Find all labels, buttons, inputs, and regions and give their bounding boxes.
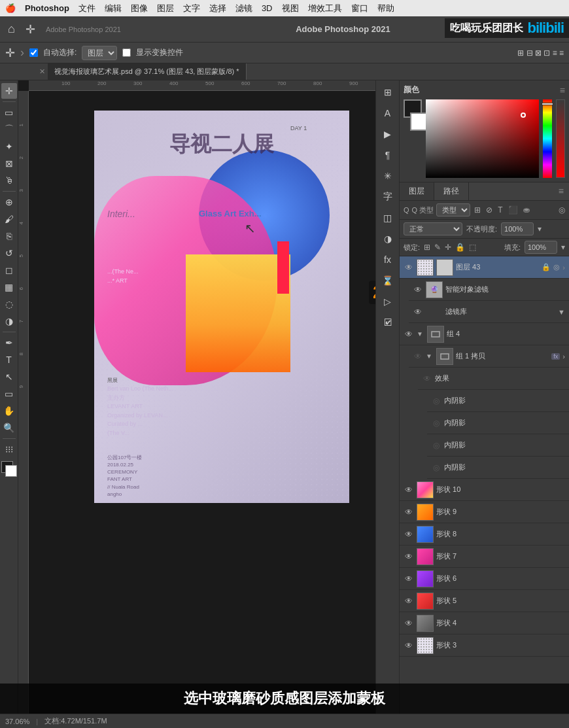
hand-tool[interactable]: ✋ (1, 403, 17, 419)
menu-help[interactable]: 帮助 (377, 3, 394, 14)
layer-item-inner-shadow-2[interactable]: ◎ 内阴影 (427, 412, 569, 434)
lock-pixels-btn[interactable]: ⊞ (424, 243, 430, 252)
group1c-arrow[interactable]: ▼ (426, 353, 432, 360)
group4-arrow[interactable]: ▼ (417, 330, 423, 338)
menu-select[interactable]: 选择 (209, 3, 226, 14)
vis-btn-is3[interactable]: ◎ (431, 440, 441, 451)
menu-edit[interactable]: 编辑 (105, 3, 122, 14)
lock-move-btn[interactable]: ✛ (445, 243, 451, 252)
menu-view[interactable]: 视图 (282, 3, 299, 14)
gradient-tool[interactable]: ▦ (1, 279, 17, 295)
vis-btn-s3[interactable]: 👁 (404, 640, 414, 651)
vis-btn-s6[interactable]: 👁 (404, 574, 414, 584)
menu-3d[interactable]: 3D (262, 3, 273, 13)
move-tool-btn[interactable]: ✛ (23, 21, 38, 38)
layer-item-group-4[interactable]: 👁 ▼ 组 4 (400, 323, 569, 345)
tab-paths[interactable]: 路径 (434, 182, 469, 200)
tab-layers[interactable]: 图层 (400, 182, 434, 200)
vis-btn-s10[interactable]: 👁 (404, 485, 414, 495)
filter-shape-icon[interactable]: ⬛ (507, 204, 519, 216)
shape-tool[interactable]: ▭ (1, 386, 17, 402)
filter-smart-icon[interactable]: ⛂ (522, 204, 531, 216)
healing-brush-tool[interactable]: ⊕ (1, 194, 17, 210)
vis-btn-group1c[interactable]: 👁 (413, 351, 423, 362)
close-tab-icon[interactable]: ✕ (39, 67, 45, 76)
move-tool[interactable]: ✛ (1, 83, 17, 99)
vis-btn-is2[interactable]: ◎ (431, 418, 441, 428)
vis-btn-effects[interactable]: 👁 (422, 373, 432, 384)
home-button[interactable]: ⌂ (5, 21, 18, 37)
layer-item-effects[interactable]: 👁 效果 (418, 368, 569, 390)
mini-adjust-btn[interactable]: ◑ (379, 230, 397, 248)
dodge-tool[interactable]: ◑ (1, 313, 17, 329)
mini-star-btn[interactable]: ✳ (379, 167, 397, 185)
blend-mode-select[interactable]: 正常 (404, 222, 462, 235)
quick-select-tool[interactable]: ✦ (1, 139, 17, 154)
canvas-area[interactable]: 100 200 300 400 500 600 700 800 900 1 2 … (18, 80, 375, 728)
background-color[interactable] (5, 465, 17, 477)
layer-item-shape7[interactable]: 👁 形状 7 (400, 546, 569, 568)
pen-tool[interactable]: ✒ (1, 335, 17, 351)
vis-btn-s8[interactable]: 👁 (404, 529, 414, 540)
layer-select-dropdown[interactable]: 图层 (82, 46, 117, 60)
zoom-tool[interactable]: 🔍 (1, 420, 17, 436)
mini-channels-btn[interactable]: 🗹 (379, 313, 397, 332)
layer-item-shape9[interactable]: 👁 形状 9 (400, 501, 569, 523)
vis-btn-filter-gallery[interactable]: 👁 (413, 307, 423, 317)
vis-btn-smart[interactable]: 👁 (413, 285, 423, 295)
layer-item-shape5[interactable]: 👁 形状 5 (400, 590, 569, 612)
brush-tool[interactable]: 🖌 (1, 211, 17, 227)
mini-play-btn[interactable]: ▶ (379, 125, 397, 143)
text-tool[interactable]: T (1, 352, 17, 368)
blur-tool[interactable]: ◌ (1, 296, 17, 312)
vis-btn-s5[interactable]: 👁 (404, 596, 414, 606)
history-brush-tool[interactable]: ↺ (1, 245, 17, 261)
filter-pixel-icon[interactable]: ⊞ (473, 204, 482, 216)
document-tab[interactable]: 视觉海报玻璃艺术展.psd @ 37.1% (图层 43, 图层蒙版/8) * (48, 63, 247, 80)
marquee-tool[interactable]: ▭ (1, 105, 17, 120)
color-gradient-picker[interactable] (426, 99, 539, 178)
mini-para-btn[interactable]: ¶ (379, 146, 397, 164)
layer-item-filter-gallery[interactable]: 👁 滤镜库 ▼ (409, 301, 569, 323)
mini-actions-btn[interactable]: ▷ (379, 292, 397, 311)
opacity-input[interactable] (501, 222, 534, 235)
vis-btn-is4[interactable]: ◎ (431, 462, 441, 473)
filter-text-icon[interactable]: T (496, 204, 504, 216)
mini-char-btn[interactable]: 字 (379, 188, 397, 206)
vis-btn-s7[interactable]: 👁 (404, 551, 414, 562)
color-panel-menu-btn[interactable]: ≡ (560, 85, 565, 95)
layers-panel-menu-btn[interactable]: ≡ (553, 182, 569, 200)
lasso-tool[interactable]: ⌒ (1, 122, 17, 137)
menu-image[interactable]: 图像 (131, 3, 148, 14)
lock-artboard-btn[interactable]: ⬚ (469, 243, 476, 252)
auto-select-checkbox[interactable] (29, 48, 38, 57)
layer-item-shape4[interactable]: 👁 形状 4 (400, 612, 569, 634)
vis-btn-group4[interactable]: 👁 (404, 329, 414, 339)
menu-layer[interactable]: 图层 (157, 3, 174, 14)
vis-btn-s4[interactable]: 👁 (404, 618, 414, 629)
menu-file[interactable]: 文件 (78, 3, 95, 14)
mini-grid-btn[interactable]: ⊞ (379, 83, 397, 101)
eyedropper-tool[interactable]: 🖰 (1, 173, 17, 188)
foreground-bg-colors[interactable] (1, 461, 17, 477)
layer-item-shape10[interactable]: 👁 形状 10 (400, 479, 569, 501)
layer-item-shape3[interactable]: 👁 形状 3 (400, 634, 569, 657)
alpha-slider[interactable] (556, 99, 565, 178)
menu-plugins[interactable]: 增效工具 (308, 3, 342, 14)
mini-layers-btn[interactable]: ◫ (379, 209, 397, 227)
layer-item-shape6[interactable]: 👁 形状 6 (400, 568, 569, 590)
menu-window[interactable]: 窗口 (351, 3, 368, 14)
fill-chevron[interactable]: ▾ (561, 243, 565, 252)
clone-tool[interactable]: ⎘ (1, 228, 17, 244)
canvas-container[interactable]: 导视二人展 DAY 1 Interi... Glass Art Exh... .… (29, 91, 375, 728)
layer-item-smart-filter[interactable]: 👁 🔮 智能对象滤镜 (409, 279, 569, 301)
vis-btn-s9[interactable]: 👁 (404, 507, 414, 517)
mini-text-btn[interactable]: A (379, 104, 397, 122)
hue-slider[interactable] (543, 99, 552, 178)
show-transform-checkbox[interactable] (122, 48, 131, 57)
artwork-canvas[interactable]: 导视二人展 DAY 1 Interi... Glass Art Exh... .… (94, 111, 349, 503)
fill-input[interactable] (525, 241, 557, 254)
menu-filter[interactable]: 滤镜 (235, 3, 252, 14)
mini-styles-btn[interactable]: fx (379, 251, 397, 269)
menu-text[interactable]: 文字 (183, 3, 200, 14)
